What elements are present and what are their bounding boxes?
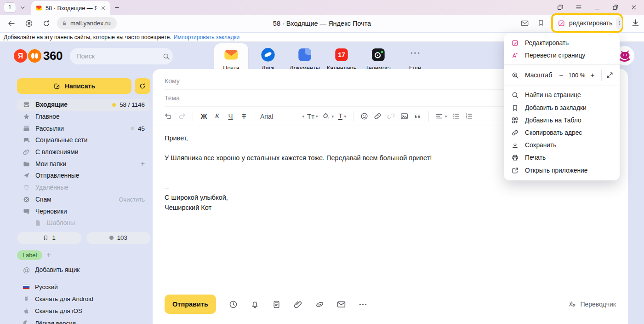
yandex-home-button[interactable]: Я	[20, 16, 38, 31]
refresh-button[interactable]	[135, 78, 150, 94]
fullscreen-icon[interactable]	[606, 71, 614, 79]
download-ios[interactable]: Скачать для iOS	[23, 307, 150, 315]
add-label-button[interactable]: +	[46, 251, 51, 259]
underline-button[interactable]: Ч	[224, 110, 237, 123]
folder-inbox[interactable]: Входящие58 / 1146	[17, 99, 150, 111]
menu-find-on-page[interactable]: Найти на странице	[504, 89, 620, 101]
lang-russian[interactable]: Русский	[23, 284, 150, 290]
zoom-in-button[interactable]: +	[587, 71, 598, 80]
menu-open-app[interactable]: Открыть приложение	[504, 164, 620, 177]
menu-translate-page[interactable]: Перевести страницу	[504, 49, 620, 62]
folder-templates[interactable]: Шаблоны	[17, 217, 150, 229]
restore-window-icon[interactable]	[612, 4, 619, 11]
postcard-button[interactable]	[336, 300, 346, 309]
font-size-button[interactable]: Tт▾	[305, 110, 320, 123]
caret-down-icon: ▾	[344, 114, 346, 119]
menu-add-tablo[interactable]: Добавить на Табло	[504, 114, 620, 127]
compose-button[interactable]: Написать	[17, 78, 131, 94]
send-button[interactable]: Отправить	[165, 295, 216, 314]
zoom-out-button[interactable]: −	[556, 71, 567, 80]
link-icon	[373, 112, 382, 121]
text-color-button[interactable]: Т▾	[336, 110, 349, 123]
quote-icon	[413, 112, 422, 121]
menu-save[interactable]: Сохранить	[504, 139, 620, 151]
folder-mailings-label: Рассылки	[35, 125, 64, 132]
remove-link-button[interactable]	[384, 110, 398, 123]
menu-copy-address[interactable]: Скопировать адрес	[504, 127, 620, 139]
search-input[interactable]	[76, 52, 162, 60]
pill-unread[interactable]: 103	[86, 232, 151, 244]
social-icon	[23, 136, 30, 144]
fill-color-button[interactable]: ▾	[320, 110, 336, 123]
menu-add-bookmark-label: Добавить в закладки	[525, 104, 587, 111]
undo-button[interactable]	[162, 110, 175, 123]
bullet-list-button[interactable]	[449, 110, 462, 123]
at-sign-icon: @	[23, 266, 30, 274]
tabs-chevron-button[interactable]	[16, 1, 29, 13]
folder-main[interactable]: Главное	[17, 111, 150, 123]
quote-button[interactable]	[411, 110, 424, 123]
add-folder-button[interactable]: +	[141, 160, 145, 168]
bold-button[interactable]: Ж	[197, 110, 211, 123]
delay-send-button[interactable]	[228, 300, 238, 309]
numbered-list-icon: 123	[465, 112, 473, 121]
insert-image-button[interactable]	[398, 110, 411, 123]
attach-file-button[interactable]	[293, 300, 303, 309]
folder-mailings[interactable]: Рассылки45	[17, 122, 150, 134]
active-tab[interactable]: 58 · Входящие — Янде	[31, 1, 110, 15]
align-button[interactable]: ▾	[433, 110, 449, 123]
attach-from-disk-button[interactable]	[315, 300, 325, 309]
folder-spam[interactable]: СпамОчистить	[17, 194, 150, 206]
reminder-button[interactable]	[250, 300, 260, 309]
more-actions-button[interactable]	[358, 300, 368, 309]
pill-bookmarked[interactable]: 1	[17, 232, 81, 244]
redo-button[interactable]	[175, 110, 188, 123]
add-mailbox-button[interactable]: @ Добавить ящик	[17, 266, 150, 274]
templates-button[interactable]	[272, 300, 281, 309]
folder-drafts[interactable]: Черновики	[17, 205, 150, 217]
more-tools-button[interactable]	[616, 17, 622, 29]
side-panels-icon[interactable]	[557, 4, 564, 11]
bookmark-icon	[511, 104, 519, 112]
font-family-select[interactable]: Arial▾	[259, 110, 305, 123]
folder-attachments[interactable]: С вложениями	[17, 146, 150, 158]
label-tag[interactable]: Label	[17, 250, 42, 260]
folder-deleted[interactable]: Удалённые	[17, 182, 150, 194]
download-android[interactable]: Скачать для Android	[23, 295, 150, 302]
folder-social[interactable]: Социальные сети	[17, 134, 150, 146]
translator-label: Переводчик	[580, 301, 616, 308]
tab-close-icon[interactable]	[100, 5, 106, 11]
caret-down-icon: ▾	[316, 114, 318, 119]
tab-counter-button[interactable]: 1	[4, 2, 16, 13]
insert-link-button[interactable]	[371, 110, 384, 123]
search-box[interactable]	[70, 48, 173, 64]
mail-notifications-icon[interactable]	[520, 19, 530, 28]
italic-button[interactable]: К	[211, 110, 224, 123]
close-window-icon[interactable]	[630, 4, 638, 11]
reload-button[interactable]	[38, 16, 55, 31]
browser-menu-icon[interactable]	[575, 4, 582, 11]
strikethrough-button[interactable]: Т	[237, 110, 251, 123]
downloads-icon[interactable]	[631, 18, 640, 28]
emoji-button[interactable]	[358, 110, 371, 123]
yandex-360-logo[interactable]: Я 360	[14, 49, 63, 63]
clear-spam-button[interactable]: Очистить	[119, 196, 145, 203]
back-button[interactable]	[3, 16, 20, 31]
folder-sent[interactable]: Отправленные	[17, 170, 150, 182]
folder-myfolders[interactable]: Мои папки+	[17, 158, 150, 170]
numbered-list-button[interactable]: 123	[462, 110, 476, 123]
translator-button[interactable]: Переводчик	[568, 300, 616, 308]
minimize-icon[interactable]	[593, 4, 601, 11]
menu-print[interactable]: Печать	[504, 151, 620, 164]
unread-dot	[131, 127, 134, 130]
url-field[interactable]: mail.yandex.ru	[57, 17, 117, 29]
light-version[interactable]: Лёгкая версия	[23, 319, 150, 324]
new-tab-button[interactable]	[110, 1, 123, 13]
import-bookmarks-link[interactable]: Импортировать закладки	[174, 34, 239, 40]
menu-add-bookmark[interactable]: Добавить в закладки	[504, 102, 620, 114]
menu-edit[interactable]: Редактировать	[504, 37, 620, 49]
compose-button-label: Написать	[65, 82, 95, 90]
bookmark-page-icon[interactable]	[537, 18, 545, 27]
more-apps-icon	[407, 47, 423, 63]
edit-page-button[interactable]: редактировать	[569, 20, 612, 27]
